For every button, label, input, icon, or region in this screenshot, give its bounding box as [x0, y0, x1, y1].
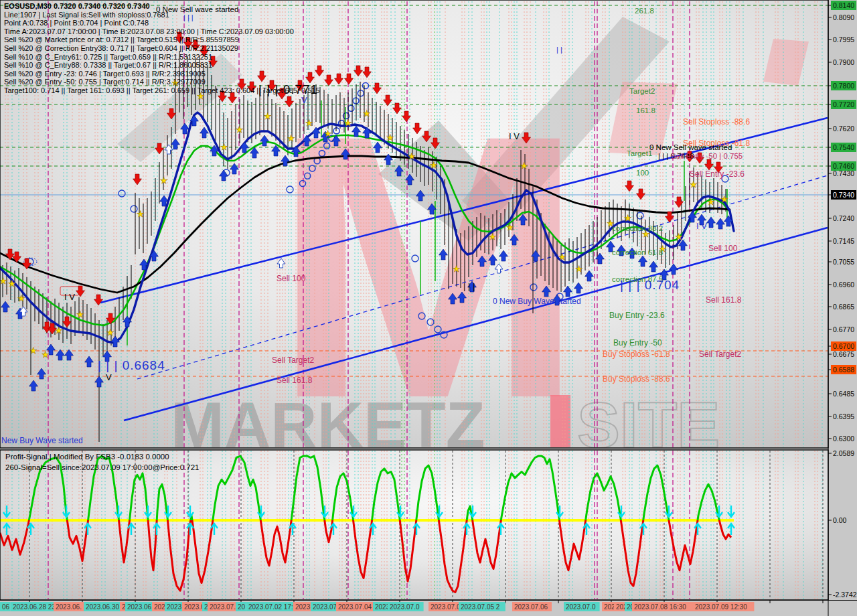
chart-text: 100	[636, 169, 649, 177]
chart-text: ★	[137, 209, 145, 219]
chart-text: | | |	[463, 281, 475, 291]
chart-text: 0.6770	[833, 325, 854, 333]
chart-text: 0.7800	[833, 82, 854, 90]
chart-text: ★	[106, 327, 114, 337]
chart-text: ★	[675, 232, 683, 242]
chart-text: ★	[305, 118, 313, 128]
chart-text: ★	[236, 125, 244, 135]
chart-text: | |	[556, 46, 562, 54]
chart-text: -2.3742	[833, 591, 857, 599]
chart-text: ★	[76, 309, 84, 319]
chart-text: New Buy Wave started	[1, 436, 83, 445]
chart-text: ★	[287, 133, 295, 143]
chart-text: ★	[171, 78, 179, 88]
chart-text: I V	[696, 221, 707, 231]
chart-text: | | |	[183, 13, 193, 21]
chart-text: correction 61.8	[612, 248, 663, 256]
chart-text: 0.7430	[833, 169, 854, 177]
chart-text: 0.6395	[833, 412, 854, 420]
chart-text: 2023.07.09 12:30	[695, 603, 747, 611]
chart-text: ★	[0, 276, 7, 286]
chart-text: ★	[344, 118, 352, 128]
chart-text: 2023.07.02 17:0	[248, 603, 297, 611]
chart-text: 0.7720	[833, 100, 854, 108]
chart-text: ★	[430, 160, 438, 170]
chart-text: 2023.07.0	[210, 603, 240, 611]
chart-canvas[interactable]: MMARKETZSITE★★★★★★★★★★★★★★★★★★★★★★★★★★★★…	[0, 0, 857, 616]
chart-text: 161.8	[636, 106, 655, 114]
chart-text: Sell 161.8	[706, 295, 742, 305]
chart-text: ★	[624, 213, 632, 223]
chart-text: 0 New Sell wave started	[649, 143, 732, 151]
chart-text: 2023	[167, 603, 182, 611]
chart-text: Profit-Signal | Modified By FSB3 -0.0183…	[5, 453, 169, 461]
chart-text: ★	[324, 129, 332, 139]
chart-text: 0.6588	[833, 366, 854, 374]
chart-text: 2023.06.28 23:	[13, 603, 58, 611]
chart-text: 0.7995	[833, 35, 854, 44]
chart-text: V	[301, 95, 307, 105]
chart-text: | | | 0.704	[620, 278, 680, 292]
chart-text: Target1	[627, 149, 652, 157]
chart-text: ★	[506, 222, 514, 232]
chart-text: ★	[29, 345, 37, 356]
chart-text: 2023	[295, 603, 311, 611]
chart-text: 260-Signal=Sell since:2023.07.09 17:00:0…	[5, 463, 199, 471]
chart-text: 0.6960	[833, 281, 854, 289]
chart-text: ★	[42, 350, 50, 360]
chart-text: 0.7620	[833, 125, 854, 133]
chart-text: ★	[197, 91, 205, 101]
chart-text: Sell Entry -23.6	[690, 169, 745, 179]
chart-text: 0.7240	[833, 214, 854, 222]
chart-text: 2023.07.06	[514, 603, 548, 611]
chart-text: ★	[558, 252, 566, 262]
chart-text: 2023.07.0	[431, 603, 461, 611]
chart-text: ★	[160, 175, 168, 185]
chart-text: 0 New Sell wave started	[156, 5, 238, 13]
mt4-chart-window: MMARKETZSITE★★★★★★★★★★★★★★★★★★★★★★★★★★★★…	[0, 0, 857, 616]
chart-text: 0.7340	[833, 191, 854, 199]
chart-text: Target2	[629, 87, 655, 95]
chart-text: Buy Stoploss -61.8	[603, 350, 670, 359]
chart-text: 0.7900	[833, 58, 854, 66]
time-axis: 062023.06.28 23:2023.06.2023.06.3022023.…	[0, 600, 857, 611]
chart-text: ★	[453, 264, 461, 274]
chart-text: ★	[489, 232, 497, 242]
chart-text: ★	[707, 197, 715, 207]
chart-text: Sell 100	[708, 244, 738, 253]
chart-text: 2023.07.0	[390, 603, 420, 611]
chart-text: 2023.07.05 2	[461, 603, 500, 611]
chart-text: 2023.07.08 16:30	[634, 603, 686, 611]
chart-text: Sell 100	[277, 274, 306, 283]
chart-text: 06	[2, 603, 10, 611]
chart-text: Buy Entry -50	[613, 338, 662, 348]
chart-text: Buy Stoploss -88.6	[603, 374, 670, 384]
chart-text: | | | 0.771	[258, 82, 318, 96]
chart-text: 2023.07.0	[566, 603, 596, 611]
price-axis: 0.81400.80900.79950.79000.78000.77200.76…	[828, 1, 857, 599]
chart-text: ★	[690, 179, 698, 189]
chart-text: 2023.06.30	[86, 603, 119, 611]
chart-text: Buy Entry -23.6	[609, 311, 665, 320]
chart-text: 0.00	[833, 516, 847, 524]
chart-text: ★	[264, 111, 272, 121]
chart-text: ★	[520, 161, 528, 171]
indicator-panel[interactable]	[0, 450, 828, 600]
chart-text: 0 New Buy Wave started	[493, 297, 581, 306]
chart-text: ★	[17, 293, 25, 303]
chart-text: Sell Stoploss -88.6	[683, 117, 750, 127]
chart-text: Sell Target2	[699, 350, 741, 359]
chart-text: 0.7145	[833, 237, 854, 245]
chart-text: 2023.06.	[56, 603, 82, 611]
chart-text: ★	[55, 325, 63, 335]
chart-text: ★	[575, 264, 583, 274]
chart-text: ★	[8, 279, 16, 289]
chart-text: ★	[386, 133, 394, 143]
chart-text: 0.6700	[833, 342, 854, 350]
chart-text: 0.7055	[833, 258, 854, 266]
chart-text: 0.6300	[833, 435, 854, 443]
chart-text: ★	[408, 151, 416, 161]
chart-text: ★	[220, 142, 228, 152]
chart-text: Sell Target2	[272, 356, 314, 365]
chart-text: ★	[363, 108, 371, 119]
